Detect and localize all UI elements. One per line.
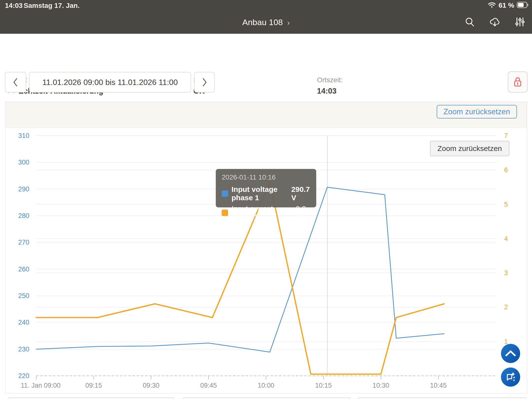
svg-text:240: 240 xyxy=(18,319,29,326)
svg-text:3: 3 xyxy=(504,269,508,277)
status-date: Samstag 17. Jan. xyxy=(24,2,80,10)
status-time: 14:03 xyxy=(5,2,23,10)
bottom-card-2[interactable] xyxy=(182,398,351,399)
bottom-card-1[interactable] xyxy=(7,398,175,399)
svg-text:4: 4 xyxy=(504,235,508,242)
breadcrumb-chevron-icon: › xyxy=(287,18,290,27)
svg-text:10:45: 10:45 xyxy=(430,382,447,389)
svg-text:270: 270 xyxy=(18,239,29,246)
svg-text:09:15: 09:15 xyxy=(85,382,102,389)
scroll-to-top-button[interactable] xyxy=(501,344,520,363)
svg-text:220: 220 xyxy=(18,372,29,380)
battery-percent: 61 % xyxy=(499,1,514,9)
svg-text:250: 250 xyxy=(18,292,29,299)
cloud-download-icon xyxy=(489,17,500,28)
page-title-text: Anbau 108 xyxy=(242,17,283,27)
battery-icon xyxy=(517,2,529,9)
chevron-left-icon xyxy=(12,77,19,87)
download-button[interactable] xyxy=(489,17,500,28)
info-bar: Zuletzt aktualisiert: Echtzeit-Aktualisi… xyxy=(0,34,532,68)
status-bar: 14:03 Samstag 17. Jan. 61 % xyxy=(0,0,532,11)
svg-text:09:30: 09:30 xyxy=(143,382,160,389)
bottom-card-3[interactable] xyxy=(357,398,527,399)
svg-text:2: 2 xyxy=(504,303,508,311)
tooltip-current-value: 0.0 A xyxy=(296,204,310,221)
svg-text:11. Jan 09:00: 11. Jan 09:00 xyxy=(21,382,61,389)
chart-tooltip: 2026-01-11 10:16 Input voltage phase 1 2… xyxy=(216,169,316,207)
svg-text:6: 6 xyxy=(504,166,508,174)
svg-text:10:30: 10:30 xyxy=(373,382,389,389)
svg-text:5: 5 xyxy=(504,201,508,208)
svg-text:280: 280 xyxy=(18,212,29,219)
svg-text:10:00: 10:00 xyxy=(258,382,274,389)
zoom-reset-overlay-button[interactable]: Zoom zurücksetzen xyxy=(430,141,509,156)
filter-button[interactable] xyxy=(514,17,526,28)
wifi-icon xyxy=(488,2,496,9)
svg-text:310: 310 xyxy=(18,132,29,139)
chevron-up-icon xyxy=(505,349,516,358)
localtime-value: 14:03 xyxy=(317,87,336,96)
tooltip-voltage-label: Input voltage phase 1 xyxy=(232,185,288,202)
svg-text:260: 260 xyxy=(18,266,29,273)
localtime-label: Ortszeit: xyxy=(317,76,343,84)
date-range-field[interactable]: 11.01.2026 09:00 bis 11.01.2026 11:00 xyxy=(29,72,191,93)
top-bar: 14:03 Samstag 17. Jan. 61 % Anbau xyxy=(0,0,532,34)
svg-text:290: 290 xyxy=(18,185,29,193)
status-indicators: 61 % xyxy=(488,1,529,9)
chevron-right-icon xyxy=(201,77,208,87)
lock-button[interactable] xyxy=(508,71,528,93)
tooltip-current-label: Input current phase 1 xyxy=(232,204,292,221)
current-swatch xyxy=(222,210,228,216)
chart-card: Zoom zurücksetzen 2202302402502602702802… xyxy=(5,102,527,393)
tooltip-voltage-value: 290.7 V xyxy=(291,185,310,202)
app-screen: { "status_bar": { "time": "14:03", "date… xyxy=(0,0,532,399)
lock-icon xyxy=(513,76,523,88)
nav-actions xyxy=(464,11,526,34)
tooltip-timestamp: 2026-01-11 10:16 xyxy=(222,173,310,181)
search-icon xyxy=(465,17,475,28)
next-range-button[interactable] xyxy=(194,72,215,93)
nav-bar: Anbau 108 › xyxy=(0,11,532,34)
voltage-swatch xyxy=(222,190,228,197)
feedback-sparkle-icon xyxy=(505,371,516,383)
svg-text:10:15: 10:15 xyxy=(315,382,332,389)
feedback-button[interactable] xyxy=(501,367,520,387)
svg-text:09:45: 09:45 xyxy=(200,382,217,389)
page-title[interactable]: Anbau 108 › xyxy=(0,11,532,34)
search-button[interactable] xyxy=(464,17,475,28)
svg-text:300: 300 xyxy=(18,159,29,166)
svg-text:230: 230 xyxy=(18,346,29,353)
tooltip-row-current: Input current phase 1 0.0 A xyxy=(222,204,310,221)
sliders-icon xyxy=(515,17,525,28)
prev-range-button[interactable] xyxy=(5,72,26,93)
tooltip-row-voltage: Input voltage phase 1 290.7 V xyxy=(222,185,310,202)
svg-text:7: 7 xyxy=(504,132,508,139)
